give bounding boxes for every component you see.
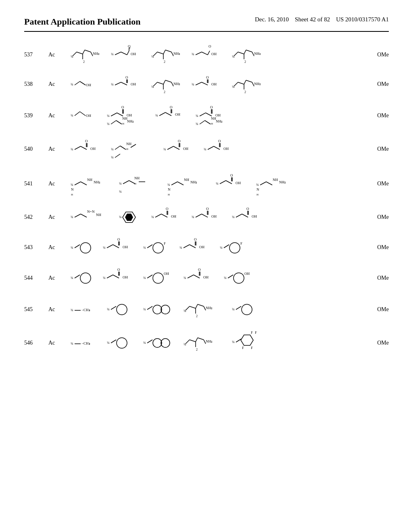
- struct-546-4: ¾ NH₂ 2: [181, 332, 226, 354]
- svg-text:OH: OH: [252, 214, 257, 218]
- svg-text:NH: NH: [134, 176, 140, 180]
- svg-text:O: O: [121, 105, 124, 109]
- struct-544-1: ¾: [69, 267, 97, 289]
- struct-546-5: ¾ F F F F: [230, 329, 270, 357]
- svg-line-262: [111, 306, 116, 310]
- svg-text:NH₂: NH₂: [127, 119, 134, 123]
- struct-545-1: ¾ −CH₃: [69, 301, 101, 318]
- svg-text:¾: ¾: [143, 276, 146, 280]
- svg-text:¾: ¾: [216, 181, 219, 185]
- svg-line-144: [75, 182, 81, 185]
- svg-point-220: [153, 243, 163, 253]
- svg-line-291: [190, 340, 196, 342]
- svg-line-90: [116, 121, 122, 124]
- svg-text:F: F: [251, 330, 253, 335]
- compound-row-542: 542 Ac ¾ N= N NH ¾: [24, 205, 389, 229]
- svg-line-2: [83, 50, 85, 54]
- svg-point-231: [229, 243, 240, 253]
- compound-row-546: 546 Ac ¾ −CH₃ ¾ ¾: [24, 329, 389, 357]
- svg-line-70: [244, 80, 246, 84]
- svg-text:OH: OH: [244, 272, 250, 276]
- svg-text:¾: ¾: [71, 215, 73, 219]
- svg-text:NH₂: NH₂: [94, 180, 100, 184]
- header-date: Dec. 16, 2010 Sheet 42 of 82 US 2010/031…: [255, 16, 389, 23]
- struct-539-1: ¾ OH: [69, 104, 101, 128]
- svg-text:2: 2: [164, 90, 165, 94]
- struct-537-3: ¾ NH₂ 2: [149, 44, 186, 66]
- svg-line-11: [121, 52, 127, 55]
- svg-text:¾: ¾: [151, 85, 154, 89]
- compound-structures-542: ¾ N= N NH ¾ ¾: [69, 206, 365, 228]
- svg-text:OH: OH: [86, 114, 91, 118]
- compound-ac-537: Ac: [48, 52, 69, 58]
- svg-text:OH: OH: [211, 214, 217, 218]
- svg-line-166: [226, 181, 232, 184]
- svg-line-255: [228, 275, 233, 278]
- svg-line-110: [205, 121, 211, 124]
- svg-text:2: 2: [244, 60, 246, 64]
- svg-line-196: [202, 214, 208, 217]
- svg-text:O: O: [209, 44, 211, 48]
- svg-text:O: O: [178, 139, 181, 143]
- compound-ome-544: OMe: [365, 275, 389, 281]
- svg-text:2: 2: [164, 60, 165, 64]
- struct-545-2: ¾: [105, 298, 137, 320]
- struct-546-2: ¾: [105, 332, 137, 354]
- compound-row-537: 537 Ac ¾ NH₂ 2 ¾: [24, 44, 389, 66]
- svg-text:H: H: [168, 193, 170, 196]
- svg-line-96: [165, 112, 171, 116]
- svg-line-238: [113, 275, 119, 278]
- svg-text:2: 2: [196, 314, 198, 318]
- svg-text:OH: OH: [199, 245, 204, 249]
- svg-text:NH: NH: [87, 178, 92, 182]
- svg-text:O: O: [170, 105, 173, 109]
- svg-text:F: F: [251, 346, 253, 350]
- svg-line-278: [236, 306, 241, 310]
- svg-text:OH: OH: [236, 181, 241, 185]
- struct-540-1: ¾ O OH: [69, 138, 105, 160]
- svg-line-54: [163, 80, 165, 84]
- svg-text:NH: NH: [184, 178, 189, 182]
- svg-text:NH₂: NH₂: [279, 180, 286, 184]
- svg-line-47: [121, 82, 127, 85]
- svg-text:OH: OH: [211, 52, 217, 56]
- svg-line-287: [147, 340, 152, 343]
- svg-line-131: [173, 146, 179, 150]
- svg-text:¾: ¾: [71, 54, 73, 58]
- svg-text:OH: OH: [175, 112, 180, 116]
- svg-line-12: [127, 51, 129, 55]
- svg-line-179: [75, 214, 81, 217]
- svg-line-138: [214, 146, 220, 150]
- svg-line-83: [117, 113, 123, 116]
- svg-text:¾: ¾: [232, 54, 235, 58]
- compound-row-538: 538 Ac ¾ OH ¾ O OH: [24, 73, 389, 96]
- compound-row-539: 539 Ac ¾ OH ¾ O OH: [24, 103, 389, 129]
- svg-text:OH: OH: [223, 147, 229, 151]
- struct-539-4: ¾ O OH ¾ NH H NH₂: [194, 103, 238, 129]
- compound-ac-543: Ac: [48, 244, 69, 251]
- svg-text:H: H: [126, 148, 128, 151]
- svg-text:¾: ¾: [224, 276, 227, 280]
- svg-point-266: [153, 305, 162, 314]
- svg-text:O: O: [210, 105, 213, 109]
- svg-line-284: [111, 340, 116, 343]
- svg-text:O: O: [230, 173, 233, 177]
- svg-line-189: [161, 214, 167, 217]
- svg-text:¾: ¾: [256, 183, 259, 187]
- svg-point-267: [161, 305, 170, 314]
- svg-line-123: [120, 146, 126, 150]
- svg-line-116: [81, 146, 87, 150]
- svg-text:OH: OH: [86, 83, 91, 87]
- svg-line-172: [260, 182, 266, 185]
- struct-545-3: ¾: [141, 298, 177, 320]
- compound-number-539: 539: [24, 112, 48, 119]
- compound-structures-538: ¾ OH ¾ O OH: [69, 74, 365, 94]
- compound-ome-545: OMe: [365, 306, 389, 313]
- compound-row-541: 541 Ac ¾ N H NH NH₂ ¾ NH: [24, 170, 389, 198]
- compound-ac-545: Ac: [48, 306, 69, 313]
- svg-line-173: [266, 182, 272, 185]
- svg-line-10: [115, 52, 121, 55]
- svg-text:¾: ¾: [111, 155, 114, 159]
- svg-text:¾: ¾: [155, 113, 158, 117]
- struct-541-5: ¾ N H NH NH₂: [254, 170, 298, 197]
